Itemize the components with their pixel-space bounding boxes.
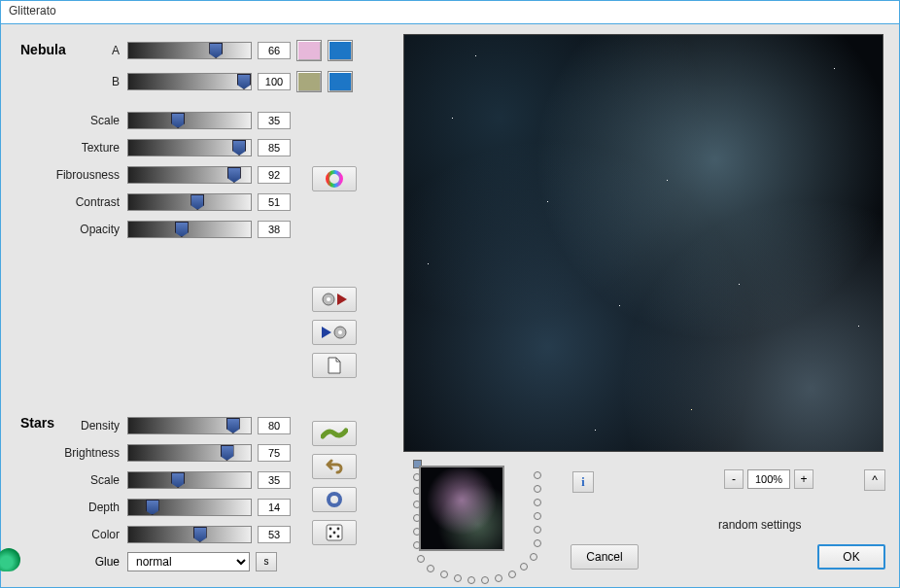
nebula-scale-value[interactable]: 35 [258, 112, 291, 129]
info-button[interactable]: i [572, 471, 594, 493]
play-icon [337, 294, 347, 305]
stars-color-value[interactable]: 53 [258, 526, 291, 543]
cancel-button[interactable]: Cancel [571, 544, 639, 570]
nebula-a-slider[interactable] [127, 42, 252, 59]
nebula-opacity-slider[interactable] [127, 221, 252, 238]
play-icon [322, 327, 331, 338]
nebula-a-swatch2[interactable] [328, 40, 353, 61]
stars-depth-slider[interactable] [127, 499, 252, 516]
zoom-out-button[interactable]: - [724, 469, 744, 489]
nebula-opacity-value[interactable]: 38 [258, 221, 291, 238]
file-icon [327, 357, 342, 374]
nebula-texture-slider[interactable] [127, 139, 252, 156]
nebula-b-value[interactable]: 100 [258, 73, 291, 90]
nebula-fibrousness-label: Fibrousness [20, 168, 127, 182]
window-title: Glitterato [9, 4, 56, 17]
zoom-value[interactable]: 100% [747, 469, 790, 489]
svg-point-10 [337, 528, 340, 531]
nebula-a-value[interactable]: 66 [258, 42, 291, 59]
nebula-a-label: A [20, 44, 127, 57]
nebula-b-swatch1[interactable] [296, 71, 322, 92]
ring-button[interactable] [312, 487, 357, 512]
nebula-scale-label: Scale [20, 114, 127, 127]
titlebar: Glitterato [1, 1, 899, 24]
svg-point-6 [338, 330, 342, 334]
nebula-contrast-slider[interactable] [127, 193, 252, 211]
svg-marker-4 [322, 327, 331, 338]
nebula-b-swatch2[interactable] [328, 71, 353, 92]
svg-point-11 [333, 532, 336, 535]
nebula-contrast-value[interactable]: 51 [258, 193, 291, 211]
wave-icon [321, 427, 348, 440]
play-disc-button[interactable] [312, 320, 357, 345]
thumbnail-preview[interactable] [419, 466, 504, 551]
wave-button[interactable] [312, 421, 357, 446]
stars-header: Stars [20, 415, 54, 431]
disc-icon [322, 293, 335, 306]
nebula-texture-label: Texture [20, 141, 127, 155]
undo-icon [326, 459, 343, 474]
ring-icon [327, 492, 342, 507]
nebula-a-swatch1[interactable] [296, 40, 322, 61]
color-button[interactable] [312, 166, 357, 191]
svg-marker-3 [337, 294, 347, 305]
stars-depth-value[interactable]: 14 [258, 499, 291, 516]
dice-button[interactable] [312, 520, 357, 545]
stars-density-slider[interactable] [127, 417, 252, 434]
svg-point-2 [327, 297, 330, 301]
nebula-scale-slider[interactable] [127, 112, 252, 129]
new-file-button[interactable] [312, 353, 357, 378]
stars-brightness-slider[interactable] [127, 444, 252, 462]
stars-depth-label: Depth [20, 501, 127, 514]
glue-select[interactable]: normal [127, 552, 250, 571]
random-settings-label: random settings [718, 518, 801, 532]
stars-brightness-value[interactable]: 75 [258, 444, 291, 462]
stars-density-value[interactable]: 80 [258, 417, 291, 434]
nebula-b-label: B [20, 75, 127, 88]
fire-icon [0, 548, 20, 571]
preview-canvas[interactable] [403, 34, 883, 452]
stars-color-slider[interactable] [127, 526, 252, 543]
nebula-texture-value[interactable]: 85 [258, 139, 291, 156]
zoom-in-button[interactable]: + [794, 469, 813, 489]
glue-label: Glue [20, 555, 127, 569]
svg-point-9 [329, 528, 332, 531]
caret-button[interactable]: ^ [864, 469, 885, 491]
disc-icon [333, 326, 347, 339]
svg-point-13 [337, 536, 340, 538]
nebula-opacity-label: Opacity [20, 223, 127, 236]
svg-point-0 [328, 172, 341, 186]
stars-scale-slider[interactable] [127, 471, 252, 489]
s-button[interactable]: s [256, 552, 277, 571]
svg-point-7 [329, 494, 340, 505]
dice-icon [326, 524, 343, 541]
nebula-contrast-label: Contrast [20, 195, 127, 209]
stars-scale-value[interactable]: 35 [258, 471, 291, 489]
nebula-b-slider[interactable] [127, 73, 252, 90]
undo-button[interactable] [312, 454, 357, 479]
stars-scale-label: Scale [20, 473, 127, 487]
svg-point-12 [329, 536, 332, 538]
nebula-fibrousness-slider[interactable] [127, 166, 252, 184]
ok-button[interactable]: OK [817, 544, 885, 570]
stars-color-label: Color [20, 528, 127, 541]
nebula-fibrousness-value[interactable]: 92 [258, 166, 291, 184]
stars-brightness-label: Brightness [20, 446, 127, 460]
disc-play-button[interactable] [312, 287, 357, 312]
